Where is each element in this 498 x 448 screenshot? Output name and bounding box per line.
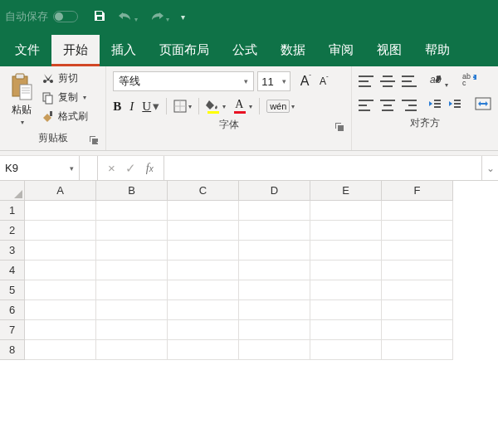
cell[interactable] <box>239 280 310 300</box>
tab-formulas[interactable]: 公式 <box>221 35 269 66</box>
cell[interactable] <box>168 241 239 261</box>
cell[interactable] <box>310 221 382 241</box>
dialog-launcher-icon[interactable] <box>89 135 99 145</box>
align-left-button[interactable] <box>359 100 374 111</box>
phonetic-guide-button[interactable]: wén▾ <box>266 100 295 113</box>
tab-home[interactable]: 开始 <box>51 35 100 66</box>
row-header[interactable]: 8 <box>0 340 25 360</box>
font-name-combo[interactable]: 等线 ▾ <box>113 71 254 91</box>
cell[interactable] <box>25 280 96 300</box>
cell[interactable] <box>239 201 310 221</box>
align-bottom-button[interactable] <box>402 75 417 87</box>
copy-button[interactable]: 复制▾ <box>42 90 88 105</box>
cell[interactable] <box>310 201 382 221</box>
save-icon[interactable] <box>93 9 106 25</box>
increase-indent-button[interactable] <box>448 98 461 112</box>
column-header[interactable]: A <box>25 181 96 201</box>
cell[interactable] <box>310 280 382 300</box>
cell[interactable] <box>96 300 168 320</box>
paste-button[interactable]: 粘贴 ▾ <box>7 71 37 128</box>
row-header[interactable]: 5 <box>0 280 25 300</box>
tab-file[interactable]: 文件 <box>3 35 51 66</box>
decrease-font-button[interactable]: Aˇ <box>315 72 332 90</box>
cell[interactable] <box>168 280 239 300</box>
cell[interactable] <box>96 221 168 241</box>
cell[interactable] <box>382 221 453 241</box>
cell[interactable] <box>239 300 310 320</box>
font-color-button[interactable]: A ▾ <box>232 99 252 114</box>
cell[interactable] <box>25 241 96 261</box>
increase-font-button[interactable]: Aˆ <box>297 72 314 90</box>
cell[interactable] <box>25 320 96 340</box>
autosave-toggle[interactable]: 自动保存 关 <box>5 9 78 24</box>
column-header[interactable]: B <box>96 181 168 201</box>
row-header[interactable]: 2 <box>0 221 25 241</box>
decrease-indent-button[interactable] <box>428 98 442 112</box>
cell[interactable] <box>168 261 239 280</box>
insert-function-button[interactable]: fx <box>146 162 154 175</box>
tab-review[interactable]: 审阅 <box>317 35 365 66</box>
fill-color-button[interactable]: ▾ <box>206 99 226 114</box>
cell[interactable] <box>310 261 382 280</box>
cell[interactable] <box>382 201 453 221</box>
cell[interactable] <box>25 221 96 241</box>
cell[interactable] <box>382 280 453 300</box>
column-header[interactable]: D <box>239 181 310 201</box>
align-right-button[interactable] <box>402 100 417 111</box>
tab-view[interactable]: 视图 <box>365 35 413 66</box>
cell[interactable] <box>239 261 310 280</box>
tab-help[interactable]: 帮助 <box>413 35 461 66</box>
cell[interactable] <box>25 340 96 360</box>
align-center-button[interactable] <box>380 100 395 111</box>
cell[interactable] <box>96 280 168 300</box>
cell[interactable] <box>168 201 239 221</box>
cell[interactable] <box>382 261 453 280</box>
cell[interactable] <box>310 320 382 340</box>
borders-button[interactable]: ▾ <box>173 100 192 113</box>
cell[interactable] <box>25 300 96 320</box>
undo-button[interactable]: ▾ <box>118 10 138 24</box>
tab-page-layout[interactable]: 页面布局 <box>148 35 221 66</box>
row-header[interactable]: 6 <box>0 300 25 320</box>
qat-customize-icon[interactable]: ▾ <box>181 12 185 22</box>
row-header[interactable]: 1 <box>0 201 25 221</box>
cell[interactable] <box>96 320 168 340</box>
select-all-corner[interactable] <box>0 181 25 201</box>
cell[interactable] <box>382 320 453 340</box>
cut-button[interactable]: 剪切 <box>42 71 88 85</box>
dialog-launcher-icon[interactable] <box>334 122 344 132</box>
cell[interactable] <box>239 221 310 241</box>
merge-center-button[interactable] <box>475 97 491 113</box>
cell[interactable] <box>168 221 239 241</box>
enter-formula-button[interactable]: ✓ <box>125 161 136 176</box>
row-header[interactable]: 4 <box>0 261 25 280</box>
name-box[interactable]: K9 ▾ <box>0 156 80 180</box>
formula-input[interactable] <box>164 156 481 180</box>
column-header[interactable]: C <box>168 181 239 201</box>
cell[interactable] <box>168 300 239 320</box>
column-header[interactable]: E <box>310 181 382 201</box>
cell[interactable] <box>239 241 310 261</box>
tab-data[interactable]: 数据 <box>269 35 317 66</box>
tab-insert[interactable]: 插入 <box>100 35 148 66</box>
align-middle-button[interactable] <box>380 75 395 87</box>
cell[interactable] <box>96 241 168 261</box>
cell[interactable] <box>25 261 96 280</box>
expand-formula-bar-button[interactable]: ⌄ <box>481 156 498 180</box>
cell[interactable] <box>382 340 453 360</box>
cell[interactable] <box>239 340 310 360</box>
font-size-combo[interactable]: 11 ▾ <box>257 71 290 91</box>
cancel-formula-button[interactable]: × <box>108 161 115 175</box>
cell[interactable] <box>96 201 168 221</box>
orientation-button[interactable]: ab▾ <box>428 72 448 90</box>
cell[interactable] <box>382 300 453 320</box>
italic-button[interactable]: I <box>129 100 134 114</box>
cell[interactable] <box>239 320 310 340</box>
bold-button[interactable]: B <box>113 100 121 114</box>
cell[interactable] <box>96 261 168 280</box>
cell[interactable] <box>310 241 382 261</box>
row-header[interactable]: 7 <box>0 320 25 340</box>
cell[interactable] <box>25 201 96 221</box>
cell[interactable] <box>310 340 382 360</box>
row-header[interactable]: 3 <box>0 241 25 261</box>
